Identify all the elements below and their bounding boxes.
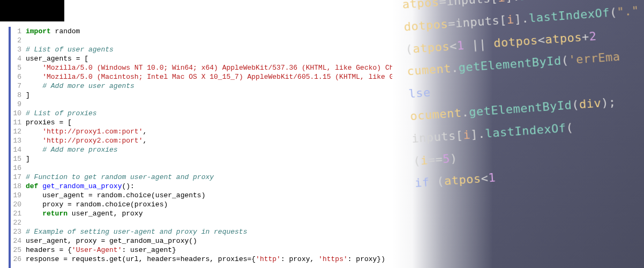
overlay-code-text: atpos=inputs[i].indexOf("@");dotpos=inpu… [401, 0, 644, 195]
line-number: 17 [11, 173, 21, 182]
line-number: 16 [11, 163, 21, 173]
line-number: 4 [11, 54, 21, 63]
line-number: 15 [11, 154, 21, 163]
line-number-gutter: 1234567891011121314151617181920212223242… [11, 27, 26, 268]
line-number: 21 [11, 209, 21, 218]
line-number: 14 [11, 145, 21, 154]
line-number: 22 [11, 218, 21, 227]
line-number: 12 [11, 127, 21, 136]
line-number: 2 [11, 36, 21, 45]
line-number: 23 [11, 227, 21, 236]
line-number: 8 [11, 91, 21, 100]
header-black-bar [0, 0, 64, 21]
line-number: 3 [11, 45, 21, 54]
line-number: 7 [11, 81, 21, 91]
line-number: 26 [11, 255, 21, 264]
line-number: 6 [11, 72, 21, 81]
line-number: 13 [11, 136, 21, 145]
line-number: 11 [11, 118, 21, 127]
line-number: 19 [11, 191, 21, 200]
line-number: 5 [11, 63, 21, 72]
line-number: 20 [11, 200, 21, 209]
line-number: 9 [11, 100, 21, 109]
line-number: 24 [11, 236, 21, 245]
line-number: 25 [11, 245, 21, 255]
decorative-code-overlay: atpos=inputs[i].indexOf("@");dotpos=inpu… [392, 0, 644, 268]
line-number: 1 [11, 27, 21, 36]
line-number: 10 [11, 109, 21, 118]
line-number: 18 [11, 182, 21, 191]
